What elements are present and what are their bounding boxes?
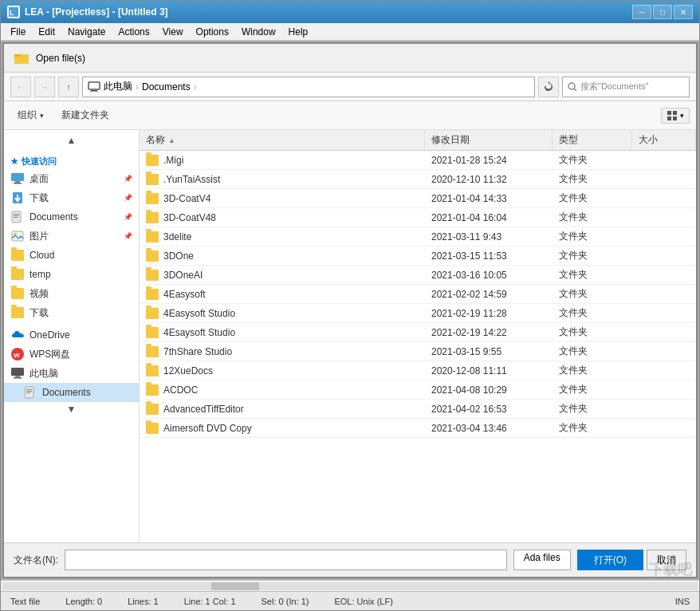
sidebar-item-documents-selected[interactable]: Documents [4,383,139,402]
svg-rect-31 [26,389,32,390]
file-size-cell [632,285,696,303]
filetype-button[interactable]: Ada files [513,550,571,570]
file-size-cell [632,400,696,418]
table-row[interactable]: AdvancedTiffEditor 2021-04-02 16:53 文件夹 [140,400,696,419]
table-row[interactable]: 7thShare Studio 2021-03-15 9:55 文件夹 [140,342,696,361]
menu-navigate[interactable]: Navigate [61,25,112,39]
file-type: 文件夹 [559,287,588,301]
file-name-cell: .YunTaiAssist [140,170,425,188]
svg-rect-21 [14,215,19,216]
app-icon: L [7,6,20,18]
table-row[interactable]: 4Easysoft 2021-02-02 14:59 文件夹 [140,285,696,304]
table-row[interactable]: 4Esaysoft Studio 2021-02-19 14:22 文件夹 [140,323,696,342]
menu-file[interactable]: File [4,25,32,39]
table-row[interactable]: 4Easysoft Studio 2021-02-19 11:28 文件夹 [140,304,696,323]
sidebar-scroll-down[interactable]: ▼ [4,402,139,416]
file-name: .Migi [163,155,183,166]
header-name[interactable]: 名称 ▲ [140,130,425,150]
sidebar-item-desktop[interactable]: 桌面 📌 [4,169,139,188]
sidebar-item-downloads[interactable]: 下载 📌 [4,188,139,207]
this-pc-icon [88,81,100,93]
sidebar-item-wps[interactable]: W WPS网盘 [4,345,139,364]
file-date: 2021-01-04 14:33 [431,193,507,204]
file-type: 文件夹 [559,402,588,416]
folder-icon [146,155,159,166]
sidebar-item-cloud[interactable]: Cloud [4,246,139,265]
file-name-cell: 3DOneAI [140,266,425,284]
menu-help[interactable]: Help [282,25,315,39]
sidebar-item-pictures[interactable]: 图片 📌 [4,227,139,246]
file-type-cell: 文件夹 [553,170,632,188]
horizontal-scrollbar[interactable] [1,580,699,591]
sidebar-item-downloads2[interactable]: 下载 [4,303,139,322]
menu-actions[interactable]: Actions [112,25,155,39]
table-row[interactable]: 12XueDocs 2020-12-08 11:11 文件夹 [140,361,696,380]
close-button[interactable]: ✕ [674,5,693,19]
folder-icon [146,308,159,319]
sidebar-item-thispc[interactable]: 此电脑 [4,364,139,383]
svg-rect-11 [673,111,677,115]
table-row[interactable]: .YunTaiAssist 2020-12-10 11:32 文件夹 [140,170,696,189]
sidebar-scroll-up[interactable]: ▲ [4,133,139,148]
file-date-cell: 2021-03-15 11:53 [425,246,553,265]
header-size[interactable]: 大小 [632,130,696,150]
file-name: 4Easysoft Studio [163,308,235,319]
temp-folder-icon [10,267,25,282]
organize-button[interactable]: 组织 ▾ [10,105,51,125]
table-row[interactable]: Aimersoft DVD Copy 2021-03-04 13:46 文件夹 [140,419,696,438]
refresh-button[interactable] [538,77,559,97]
table-row[interactable]: 3DOneAI 2021-03-16 10:05 文件夹 [140,266,696,285]
table-row[interactable]: 3D-CoatV4 2021-01-04 14:33 文件夹 [140,189,696,208]
dialog-title-bar: Open file(s) [4,44,696,73]
restore-button[interactable]: □ [653,5,672,19]
file-name-cell: 3D-CoatV4 [140,189,425,207]
header-date[interactable]: 修改日期 [425,130,553,150]
file-date: 2021-03-15 9:55 [431,346,501,357]
header-type[interactable]: 类型 [553,130,632,150]
menu-edit[interactable]: Edit [32,25,61,39]
view-icon [667,110,678,121]
folder-icon [146,174,159,185]
file-date-cell: 2021-03-11 9:43 [425,227,553,246]
open-button[interactable]: 打开(O) [577,550,643,570]
search-box[interactable]: 搜索"Documents" [562,77,690,97]
filename-input[interactable] [65,550,507,570]
table-row[interactable]: 3D-CoatV48 2021-01-04 16:04 文件夹 [140,208,696,227]
title-bar: L LEA - [Projectless] - [Untitled 3] ─ □… [1,1,699,23]
file-date: 2021-04-08 10:29 [431,384,507,396]
svg-text:L: L [10,9,14,17]
sidebar-item-documents[interactable]: Documents 📌 [4,207,139,227]
sidebar-item-videos[interactable]: 视频 [4,284,139,303]
menu-window[interactable]: Window [235,25,282,39]
sidebar-item-onedrive[interactable]: OneDrive [4,325,139,345]
sidebar-item-temp[interactable]: temp [4,265,139,284]
table-row[interactable]: .Migi 2021-01-28 15:24 文件夹 [140,151,696,170]
file-name: 3delite [163,231,191,242]
scrollbar-thumb[interactable] [211,582,259,590]
file-type-cell: 文件夹 [553,419,632,437]
title-bar-left: L LEA - [Projectless] - [Untitled 3] [7,6,168,18]
table-row[interactable]: 3DOne 2021-03-15 11:53 文件夹 [140,246,696,266]
file-name: ACDOC [163,384,198,396]
back-button[interactable]: ← [10,77,31,97]
new-folder-button[interactable]: 新建文件夹 [54,105,116,125]
table-row[interactable]: 3delite 2021-03-11 9:43 文件夹 [140,227,696,246]
forward-button[interactable]: → [34,77,55,97]
window-controls: ─ □ ✕ [632,5,693,19]
folder-icon [146,346,159,357]
menu-options[interactable]: Options [190,25,235,39]
cancel-button[interactable]: 取消 [647,550,686,570]
menu-view[interactable]: View [156,25,190,39]
file-size-cell [632,361,696,380]
breadcrumb[interactable]: 此电脑 › Documents › [82,77,535,97]
svg-rect-12 [667,116,671,120]
minimize-button[interactable]: ─ [632,5,651,19]
folder-icon [146,404,159,415]
view-button[interactable]: ▾ [661,108,690,124]
file-type-cell: 文件夹 [553,227,632,246]
file-date: 2021-01-28 15:24 [431,155,507,166]
table-row[interactable]: ACDOC 2021-04-08 10:29 文件夹 [140,380,696,400]
file-date-cell: 2020-12-10 11:32 [425,170,553,188]
up-button[interactable]: ↑ [58,77,79,97]
file-type: 文件夹 [559,249,588,262]
